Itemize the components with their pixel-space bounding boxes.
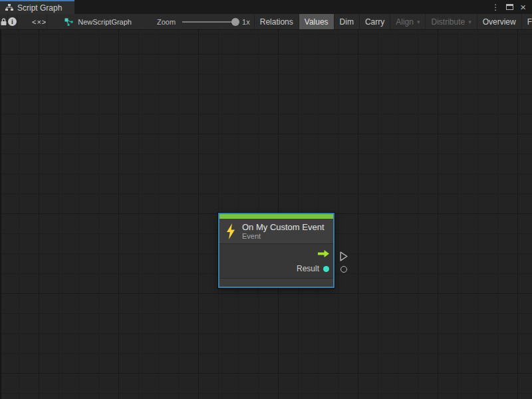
titlebar: Script Graph ⋮ ×	[0, 0, 532, 14]
zoom-slider-handle[interactable]	[231, 18, 239, 26]
toolbar-button-row: Relations Values Dim Carry Align ▾ Distr…	[254, 14, 532, 29]
node-body: Result	[219, 244, 333, 278]
zoom-value: 1x	[242, 18, 250, 26]
values-button[interactable]: Values	[299, 14, 334, 29]
control-output-row	[219, 246, 333, 261]
graph-breadcrumb[interactable]: NewScriptGraph	[58, 14, 138, 29]
node-footer	[219, 279, 333, 287]
distribute-dropdown[interactable]: Distribute ▾	[426, 14, 477, 29]
window-close-icon[interactable]: ×	[520, 2, 526, 12]
script-graph-asset-icon	[65, 18, 74, 26]
graph-hierarchy-icon	[5, 4, 13, 11]
node-subtitle: Event	[242, 232, 325, 241]
overview-button[interactable]: Overview	[477, 14, 522, 29]
value-output-port-icon[interactable]	[340, 266, 347, 273]
relations-button[interactable]: Relations	[255, 14, 299, 29]
control-output-port-icon[interactable]	[340, 251, 348, 264]
chevron-down-icon: ▾	[468, 19, 471, 25]
zoom-control: Zoom 1x	[157, 14, 254, 29]
inspector-button[interactable]: i	[8, 14, 17, 29]
lightning-bolt-icon	[225, 223, 236, 239]
info-icon: i	[8, 17, 17, 26]
window-maximize-icon[interactable]	[506, 4, 513, 10]
result-port-label: Result	[297, 264, 319, 273]
window-menu-icon[interactable]: ⋮	[491, 3, 499, 11]
chevron-down-icon: ▾	[417, 19, 420, 25]
titlebar-spacer	[74, 0, 491, 14]
toolbar: i <×> NewScriptGraph Zoom 1x Relations V…	[0, 14, 532, 30]
zoom-slider[interactable]	[182, 21, 237, 23]
full-screen-button[interactable]: Full S	[522, 14, 532, 29]
value-output-row: Result	[219, 261, 333, 277]
node-title: On My Custom Event	[242, 222, 325, 232]
graph-name-label: NewScriptGraph	[78, 18, 132, 26]
node-accent-bar	[219, 214, 333, 219]
tab-script-graph[interactable]: Script Graph	[0, 0, 74, 14]
event-node-on-my-custom-event[interactable]: On My Custom Event Event Result	[218, 213, 334, 288]
lock-icon	[0, 18, 7, 26]
tab-label: Script Graph	[17, 3, 62, 13]
dim-button[interactable]: Dim	[334, 14, 360, 29]
value-port-dot-icon[interactable]	[323, 266, 329, 272]
align-dropdown[interactable]: Align ▾	[390, 14, 426, 29]
control-flow-arrow-icon[interactable]	[318, 250, 329, 257]
node-header[interactable]: On My Custom Event Event	[219, 219, 333, 243]
carry-button[interactable]: Carry	[360, 14, 390, 29]
zoom-label: Zoom	[157, 18, 176, 26]
graph-canvas[interactable]: On My Custom Event Event Result	[0, 30, 532, 399]
code-preview-button[interactable]: <×>	[32, 14, 47, 29]
lock-button[interactable]	[0, 14, 8, 29]
